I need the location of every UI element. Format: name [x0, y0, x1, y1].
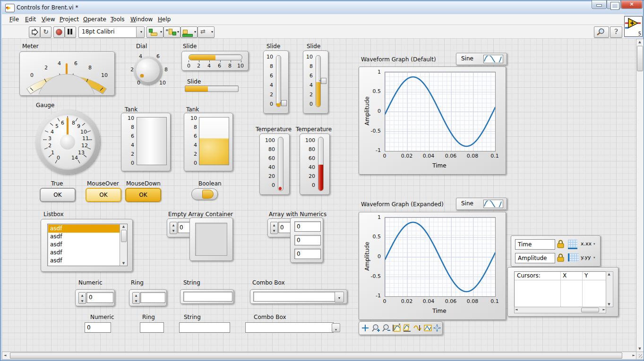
x-format-label[interactable]: x.xx: [581, 241, 592, 247]
list-item[interactable]: asdf: [48, 233, 121, 241]
distribute-objects-dropdown[interactable]: ▾: [163, 26, 180, 38]
vslide2-thumb[interactable]: [321, 78, 326, 84]
menu-window[interactable]: Window: [128, 15, 155, 25]
ring-spinner[interactable]: ▲ ▼: [132, 292, 140, 304]
cursor-hscroll-thumb[interactable]: [581, 308, 599, 312]
run-button[interactable]: [29, 26, 40, 38]
boolean-switch[interactable]: [191, 188, 218, 200]
scroll-up-icon[interactable]: ▲: [606, 272, 612, 276]
list-item[interactable]: asdf: [48, 241, 121, 249]
spinner-down-icon[interactable]: ▼: [170, 228, 177, 234]
pan-tool[interactable]: [433, 323, 442, 333]
vslide1-thumb[interactable]: [281, 100, 287, 106]
string-field[interactable]: [183, 292, 232, 302]
legend-plot-sample[interactable]: [483, 55, 503, 63]
tank-empty-vessel[interactable]: [137, 117, 167, 165]
cursor-hscrollbar[interactable]: ◄ ►: [514, 307, 606, 313]
panel-vscrollbar[interactable]: ▲ ▼: [636, 39, 644, 352]
tank-filled[interactable]: 10 8 6 4 2 0: [184, 113, 233, 171]
pause-button[interactable]: [65, 26, 76, 38]
vslide1-groove[interactable]: [276, 55, 281, 107]
array-index-spinner[interactable]: ▲ ▼: [170, 222, 177, 234]
y-scale-name-field[interactable]: Amplitude: [515, 253, 555, 263]
waveform-graph-default[interactable]: Amplitude 1 0.5 0 -0.5 -1 0 0.02 0.04 0.…: [359, 67, 506, 175]
vi-icon[interactable]: 5: [624, 16, 643, 37]
array-index-spinner[interactable]: ▲ ▼: [270, 222, 278, 234]
combo-box-field-classic[interactable]: [245, 322, 334, 333]
close-button[interactable]: ×: [621, 0, 643, 9]
gauge[interactable]: 0 1 2 3 4 5 6 7 8 9 10 11 12 13 14: [35, 110, 100, 174]
lock-icon[interactable]: [557, 253, 565, 262]
spinner-down-icon[interactable]: ▼: [133, 298, 139, 304]
run-continuous-button[interactable]: ↻: [40, 26, 52, 38]
listbox-scroll-thumb[interactable]: [121, 230, 127, 242]
empty-array-container[interactable]: [189, 218, 233, 261]
cursor-vscrollbar[interactable]: ▲ ▼: [606, 271, 613, 307]
graph-expanded-plot-area[interactable]: [385, 217, 496, 297]
mouseover-button[interactable]: OK: [86, 188, 121, 202]
zoom-in-tool[interactable]: [371, 323, 380, 333]
array-index-field[interactable]: 0: [178, 222, 191, 233]
scroll-down-icon[interactable]: ▼: [120, 261, 127, 265]
combo-box-dropdown[interactable]: ▾: [335, 292, 344, 302]
list-item[interactable]: asdf: [48, 257, 121, 265]
slide-horizontal[interactable]: 0 2 4 6 8 10: [181, 51, 249, 71]
scroll-right-icon[interactable]: ►: [603, 308, 605, 311]
lock-icon[interactable]: [557, 239, 565, 249]
spinner-up-icon[interactable]: ▲: [271, 222, 277, 228]
graph-default-plot-area[interactable]: [385, 72, 496, 151]
zoom-out-tool[interactable]: [382, 323, 391, 333]
numeric-field-classic[interactable]: 0: [85, 322, 111, 333]
x-grid-toggle-icon[interactable]: [568, 240, 577, 249]
menu-file[interactable]: File: [7, 15, 21, 25]
graph-expanded-legend[interactable]: Sine: [456, 198, 507, 210]
cursor-table[interactable]: Cursors: X Y: [514, 271, 606, 307]
legend-plot-sample[interactable]: [483, 200, 503, 208]
align-objects-dropdown[interactable]: ▾: [146, 26, 163, 38]
vscroll-thumb[interactable]: [637, 46, 643, 71]
menu-operate[interactable]: Operate: [81, 15, 109, 25]
string-field-classic[interactable]: [179, 322, 230, 333]
reorder-dropdown[interactable]: ⇄ ▾: [197, 26, 215, 38]
dial-knob[interactable]: [136, 59, 160, 82]
menu-help[interactable]: Help: [155, 15, 173, 25]
resize-grip[interactable]: [636, 352, 644, 360]
scroll-down-icon[interactable]: ▼: [636, 347, 643, 351]
listbox[interactable]: asdf asdf asdf asdf asdf ▲ ▼: [41, 219, 133, 272]
spinner-down-icon[interactable]: ▼: [79, 298, 86, 304]
title-bar[interactable]: Controls for Brent.vi *: [2, 2, 642, 14]
slide-horizontal-plain[interactable]: [185, 85, 239, 92]
true-button[interactable]: OK: [40, 188, 76, 202]
scale-lock-x-tool[interactable]: [413, 323, 422, 333]
y-format-label[interactable]: y.yy: [581, 254, 591, 260]
cursor-tool[interactable]: [361, 323, 370, 333]
spinner-up-icon[interactable]: ▲: [170, 222, 177, 228]
search-button[interactable]: [594, 26, 609, 38]
resize-objects-dropdown[interactable]: ▾: [180, 26, 197, 38]
scroll-down-icon[interactable]: ▼: [606, 302, 612, 306]
list-item[interactable]: asdf: [48, 249, 121, 257]
graph-default-legend[interactable]: Sine: [456, 53, 507, 65]
scroll-left-icon[interactable]: ◄: [515, 308, 517, 311]
combo-box-dropdown[interactable]: ▾: [332, 323, 340, 332]
maximize-button[interactable]: [607, 0, 621, 9]
combo-box-field[interactable]: [253, 292, 335, 302]
autoscale-y-tool[interactable]: [403, 323, 412, 333]
numeric-spinner[interactable]: ▲ ▼: [78, 292, 86, 304]
spinner-down-icon[interactable]: ▼: [271, 228, 277, 234]
tank-empty[interactable]: 10 8 6 4 2 0: [121, 113, 171, 171]
ring-field-classic[interactable]: [140, 322, 164, 333]
ring-field[interactable]: [140, 292, 165, 303]
scroll-left-icon[interactable]: ◄: [4, 353, 6, 357]
abort-button[interactable]: [53, 26, 65, 38]
menu-project[interactable]: Project: [57, 15, 81, 25]
waveform-graph-expanded[interactable]: Amplitude 1 0.5 0 -0.5 -1 0 0.02 0.04 0.…: [359, 212, 506, 320]
menu-tools[interactable]: Tools: [108, 15, 127, 25]
array-element-field[interactable]: 0: [294, 235, 321, 245]
context-help-button[interactable]: ?: [610, 26, 622, 38]
spinner-up-icon[interactable]: ▲: [79, 293, 86, 298]
menu-view[interactable]: View: [39, 15, 57, 25]
slide-h-groove[interactable]: [189, 54, 242, 60]
list-item[interactable]: asdf: [48, 225, 121, 233]
x-scale-name-field[interactable]: Time: [515, 239, 555, 250]
